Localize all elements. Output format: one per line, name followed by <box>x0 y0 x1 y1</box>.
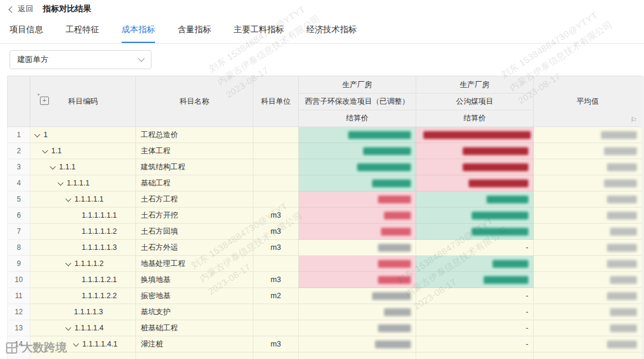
redacted-value <box>423 131 531 139</box>
header-group2-project: 公沟煤项目 <box>416 94 534 110</box>
subject-code: 1.1.1.1.3 <box>74 308 103 316</box>
code-cell: 1.1.1.1.3 <box>30 304 136 320</box>
row-index-cell: 1 <box>8 127 30 143</box>
subject-code: 1.1.1 <box>59 163 76 171</box>
redacted-value <box>348 131 411 139</box>
unit-cell <box>253 191 299 208</box>
tab-2[interactable]: 成本指标 <box>122 18 155 43</box>
header-group1-project: 西营子环保改造项目（已调整） <box>299 94 416 110</box>
value-cell-project1 <box>299 224 416 240</box>
average-cell <box>534 159 642 175</box>
redacted-value <box>378 244 411 252</box>
comparison-table: 科目编码 科目名称 科目单位 生产厂房 生产厂房 平均值 ⚐ 西营子环保改造项目… <box>7 76 637 359</box>
unit-cell <box>253 304 299 320</box>
average-cell <box>534 256 642 272</box>
expand-caret-icon[interactable] <box>73 341 79 346</box>
table-row: 61.1.1.1.1.1土石方开挖m3 <box>8 208 642 224</box>
code-cell: 1.1.1.1 <box>30 175 136 191</box>
redacted-value <box>607 212 637 219</box>
vertical-scrollbar[interactable] <box>642 76 644 359</box>
value-cell-project2 <box>416 224 534 240</box>
add-column-icon[interactable] <box>40 97 49 105</box>
row-index-cell: 11 <box>8 288 30 304</box>
code-cell: 1.1.1.1.1.3 <box>30 240 136 256</box>
redacted-value <box>601 131 637 139</box>
expand-caret-icon[interactable] <box>66 196 72 202</box>
redacted-value <box>384 212 411 219</box>
expand-caret-icon[interactable] <box>50 163 56 169</box>
value-cell-project1 <box>299 288 416 304</box>
value-cell-project1 <box>299 127 416 143</box>
metric-select[interactable]: 建面单方 <box>10 50 151 69</box>
value-cell-project1 <box>299 336 416 352</box>
tab-bar: 项目信息工程特征成本指标含量指标主要工料指标经济技术指标 <box>0 18 644 44</box>
tab-4[interactable]: 主要工料指标 <box>234 18 284 43</box>
name-cell: 桩基础工程 <box>136 320 253 336</box>
expand-caret-icon[interactable] <box>66 324 72 330</box>
redacted-value <box>378 196 411 203</box>
average-cell <box>534 240 642 256</box>
redacted-value <box>378 260 411 268</box>
header-group2-title: 生产厂房 <box>416 76 534 94</box>
subject-code: 1.1.1.1 <box>67 179 89 187</box>
value-cell-project1 <box>299 159 416 175</box>
average-cell <box>534 288 642 304</box>
table-row: 41.1.1.1基础工程 <box>8 175 642 191</box>
name-cell: 土石方回填 <box>136 224 253 240</box>
filler-cell <box>8 352 30 359</box>
filler-cell <box>136 352 253 359</box>
top-bar: 返回 指标对比结果 <box>0 0 644 18</box>
average-cell <box>534 224 642 240</box>
tab-5[interactable]: 经济技术指标 <box>306 18 357 43</box>
value-cell-project1 <box>299 256 416 272</box>
unit-cell <box>253 320 299 336</box>
unit-cell: m3 <box>253 240 299 256</box>
redacted-value <box>607 196 637 203</box>
redacted-value <box>357 163 411 171</box>
average-cell <box>534 143 642 159</box>
header-subject-unit: 科目单位 <box>253 76 299 127</box>
code-cell: 1.1.1.1.1.2 <box>30 224 136 240</box>
value-cell-project1 <box>299 304 416 320</box>
page-title: 指标对比结果 <box>43 4 91 14</box>
subject-code: 1.1.1.1.1 <box>75 195 104 203</box>
expand-caret-icon[interactable] <box>42 147 48 153</box>
redacted-value <box>610 324 637 332</box>
average-cell <box>534 208 642 224</box>
redacted-value <box>363 147 411 155</box>
row-index-cell: 6 <box>8 208 30 224</box>
row-index-cell: 4 <box>8 175 30 191</box>
table-row: 91.1.1.1.2地基处理工程 <box>8 256 642 272</box>
expand-caret-icon[interactable] <box>35 131 41 137</box>
chevron-down-icon <box>138 55 144 61</box>
name-cell: 工程总造价 <box>136 127 253 143</box>
table-row: 31.1.1建筑结构工程 <box>8 159 642 175</box>
flag-icon[interactable]: ⚐ <box>630 116 637 123</box>
expand-caret-icon[interactable] <box>58 180 64 185</box>
table-row: 51.1.1.1.1土石方工程 <box>8 191 642 208</box>
header-group2-pricetype: 结算价 <box>416 110 534 127</box>
unit-cell <box>253 159 299 175</box>
back-button[interactable]: 返回 <box>10 4 33 14</box>
code-cell: 1.1.1 <box>30 159 136 175</box>
redacted-value <box>378 276 411 284</box>
value-cell-project2 <box>416 256 534 272</box>
row-index-cell: 7 <box>8 224 30 240</box>
tab-3[interactable]: 含量指标 <box>178 18 211 43</box>
code-cell: 1.1.1.1.1 <box>30 191 136 208</box>
filter-row: 建面单方 <box>0 44 644 76</box>
redacted-value <box>378 324 411 332</box>
tab-1[interactable]: 工程特征 <box>66 18 99 43</box>
table-row <box>8 352 642 359</box>
value-cell-project2 <box>416 175 534 191</box>
unit-cell: m3 <box>253 336 299 352</box>
value-cell-project2: - <box>416 336 534 352</box>
table-row: 141.1.1.1.4.1灌注桩m3- <box>8 336 642 352</box>
table-row: 111.1.1.1.2.2振密地基m2- <box>8 288 642 304</box>
table-row: 81.1.1.1.1.3土石方外运m3- <box>8 240 642 256</box>
tab-0[interactable]: 项目信息 <box>10 18 43 43</box>
redacted-value <box>469 180 528 187</box>
value-cell-project2: - <box>416 240 534 256</box>
expand-caret-icon[interactable] <box>66 260 72 266</box>
name-cell: 换填地基 <box>136 272 253 288</box>
